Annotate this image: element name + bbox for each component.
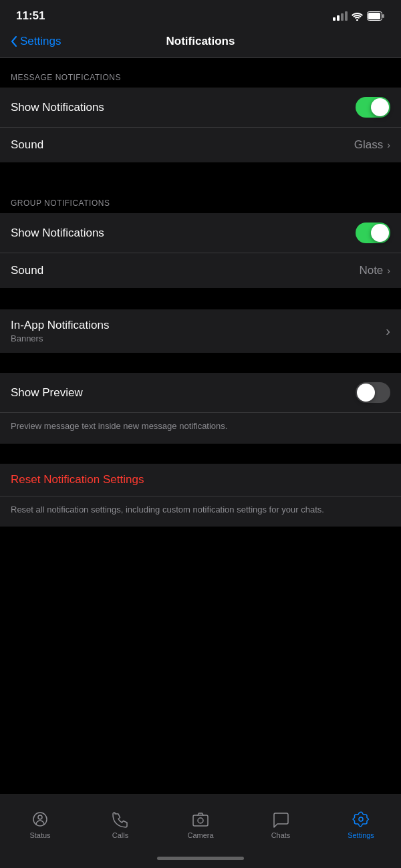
- tab-calls-label: Calls: [112, 831, 128, 839]
- status-icons: [333, 11, 385, 21]
- tab-camera-label: Camera: [187, 831, 213, 839]
- tab-settings-label: Settings: [348, 831, 374, 839]
- status-time: 11:51: [16, 9, 45, 23]
- page-title: Notifications: [166, 35, 235, 48]
- nav-header: Settings Notifications: [0, 28, 401, 58]
- svg-rect-3: [382, 14, 384, 18]
- group-sound-value: Note ›: [359, 264, 390, 277]
- status-bar: 11:51: [0, 0, 401, 28]
- tab-bar: Status Calls Camera Chats: [0, 794, 401, 851]
- inapp-row-left: In-App Notifications Banners: [11, 319, 109, 343]
- group-show-notifications-row[interactable]: Show Notifications: [0, 213, 401, 253]
- show-preview-label: Show Preview: [11, 386, 83, 400]
- reset-section: Reset Notification Settings Reset all no…: [0, 464, 401, 527]
- chevron-icon-2: ›: [387, 265, 390, 276]
- chevron-icon: ›: [387, 140, 390, 150]
- tab-status[interactable]: Status: [0, 810, 80, 839]
- svg-point-7: [198, 818, 203, 823]
- message-show-notifications-toggle[interactable]: [356, 97, 390, 118]
- reset-notification-button[interactable]: Reset Notification Settings: [11, 473, 144, 486]
- inapp-subtitle: Banners: [11, 333, 109, 343]
- status-icon: [31, 810, 49, 829]
- chats-icon: [271, 810, 290, 829]
- signal-icon: [333, 11, 348, 21]
- message-sound-label: Sound: [11, 138, 43, 152]
- inapp-notifications-row[interactable]: In-App Notifications Banners ›: [0, 309, 401, 353]
- group-notifications-header: GROUP NOTIFICATIONS: [0, 184, 401, 213]
- message-show-notifications-row[interactable]: Show Notifications: [0, 88, 401, 128]
- battery-icon: [367, 11, 385, 21]
- wifi-icon: [352, 12, 363, 21]
- calls-icon: [111, 810, 130, 829]
- tab-calls[interactable]: Calls: [80, 810, 160, 839]
- tab-camera[interactable]: Camera: [160, 810, 241, 839]
- group-show-notifications-label: Show Notifications: [11, 227, 104, 240]
- chevron-icon-3: ›: [386, 323, 390, 339]
- reset-description: Reset all notification settings, includi…: [0, 496, 401, 527]
- group-sound-row[interactable]: Sound Note ›: [0, 253, 401, 288]
- toggle-thumb: [371, 98, 389, 116]
- spacer-1: [0, 164, 401, 184]
- tab-status-label: Status: [29, 831, 50, 839]
- svg-point-0: [356, 19, 358, 21]
- show-preview-row[interactable]: Show Preview: [0, 373, 401, 413]
- svg-rect-6: [193, 815, 208, 826]
- toggle-thumb-3: [357, 384, 375, 402]
- tab-chats-label: Chats: [271, 831, 291, 839]
- group-show-notifications-toggle[interactable]: [356, 223, 390, 243]
- svg-point-5: [38, 815, 42, 819]
- tab-chats[interactable]: Chats: [241, 810, 321, 839]
- toggle-thumb-2: [371, 224, 389, 242]
- message-notifications-header: MESSAGE NOTIFICATIONS: [0, 58, 401, 88]
- content-area: MESSAGE NOTIFICATIONS Show Notifications…: [0, 58, 401, 794]
- show-preview-section: Show Preview Preview message text inside…: [0, 373, 401, 444]
- show-preview-description: Preview message text inside new message …: [0, 413, 401, 444]
- spacer-2: [0, 289, 401, 309]
- svg-rect-2: [368, 13, 380, 19]
- group-notifications-group: Show Notifications Sound Note ›: [0, 213, 401, 288]
- message-show-notifications-label: Show Notifications: [11, 101, 104, 114]
- camera-icon: [191, 810, 210, 829]
- message-sound-row[interactable]: Sound Glass ›: [0, 128, 401, 162]
- settings-icon: [352, 810, 370, 829]
- bottom-spacer: [0, 527, 401, 547]
- back-button[interactable]: Settings: [11, 35, 61, 48]
- inapp-title: In-App Notifications: [11, 319, 109, 332]
- reset-button-row[interactable]: Reset Notification Settings: [0, 464, 401, 496]
- home-bar: [157, 857, 244, 860]
- tab-settings[interactable]: Settings: [321, 810, 401, 839]
- svg-point-8: [359, 817, 363, 821]
- home-indicator: [0, 851, 401, 868]
- message-sound-value: Glass ›: [354, 138, 390, 152]
- group-sound-label: Sound: [11, 264, 43, 277]
- show-preview-toggle[interactable]: [356, 382, 390, 403]
- message-notifications-group: Show Notifications Sound Glass ›: [0, 88, 401, 162]
